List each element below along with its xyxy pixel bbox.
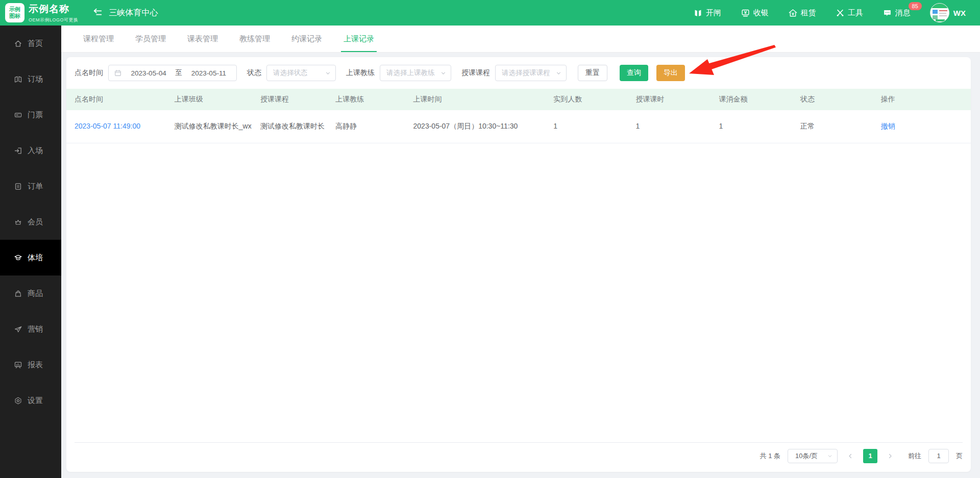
tab-booking-records[interactable]: 约课记录 (281, 26, 333, 52)
sidebar-item-label: 设置 (28, 396, 43, 406)
sidebar-item-settings[interactable]: 设置 (0, 383, 61, 418)
table-header-row: 点名时间 上课班级 授课课程 上课教练 上课时间 实到人数 授课课时 课消金额 … (66, 89, 971, 110)
export-button[interactable]: 导出 (656, 65, 685, 81)
topnav-cashier[interactable]: 收银 (741, 8, 769, 18)
topnav-label: 开闸 (706, 8, 721, 18)
col-amount: 课消金额 (715, 89, 796, 110)
top-header: 示例 图标 示例名称 OEM示例LOGO可更换 三峡体育中心 开闸 收银 租赁 … (0, 0, 980, 26)
home-icon (14, 39, 22, 48)
date-end-value[interactable]: 2023-05-11 (186, 69, 231, 77)
pagination-bar: 共 1 条 10条/页 1 前往 页 (75, 442, 963, 469)
sidebar-item-home[interactable]: 首页 (0, 26, 61, 61)
tab-course-management[interactable]: 课程管理 (72, 26, 125, 52)
cashier-icon (741, 8, 750, 18)
cell-status: 正常 (796, 110, 877, 143)
sidebar-item-label: 报表 (28, 360, 43, 370)
logo-text-bottom: 图标 (9, 13, 20, 19)
training-icon (14, 254, 22, 262)
user-name: WX (953, 9, 966, 17)
col-class-time: 上课时间 (409, 89, 550, 110)
total-count: 共 1 条 (760, 451, 780, 461)
sidebar-item-training[interactable]: 体培 (0, 240, 61, 275)
brand-name: 示例名称 (29, 3, 79, 16)
top-nav: 开闸 收银 租赁 工具 消息 85 WX (693, 3, 966, 22)
col-check-time: 点名时间 (66, 89, 170, 110)
sidebar-item-goods[interactable]: 商品 (0, 275, 61, 311)
date-filter-label: 点名时间 (75, 68, 103, 78)
entry-icon (14, 146, 22, 155)
search-button[interactable]: 查询 (620, 65, 648, 81)
table-row: 2023-05-07 11:49:00 测试修改私教课时长_wx 测试修改私教课… (66, 110, 971, 143)
goto-page-input[interactable] (928, 449, 949, 463)
col-coach: 上课教练 (331, 89, 409, 110)
sidebar-item-tickets[interactable]: 门票 (0, 97, 61, 133)
ticket-icon (14, 111, 22, 119)
course-filter-label: 授课课程 (461, 68, 490, 78)
brand-block: 示例名称 OEM示例LOGO可更换 (29, 3, 79, 23)
cell-class-time: 2023-05-07（周日）10:30~11:30 (409, 110, 550, 143)
revoke-action-link[interactable]: 撤销 (881, 122, 895, 130)
marketing-icon (14, 325, 22, 334)
course-select[interactable]: 请选择授课课程 (495, 65, 567, 81)
topnav-label: 收银 (753, 8, 769, 18)
sidebar-item-orders[interactable]: 订单 (0, 168, 61, 204)
tab-class-records[interactable]: 上课记录 (333, 26, 385, 52)
sidebar-item-admission[interactable]: 入场 (0, 133, 61, 168)
chevron-down-icon (827, 453, 833, 459)
cell-hours: 1 (631, 110, 715, 143)
filter-bar: 点名时间 2023-05-04 至 2023-05-11 状态 请选择状态 上课… (66, 57, 971, 81)
sidebar-item-label: 订场 (28, 74, 43, 84)
rent-icon (788, 8, 798, 18)
status-select[interactable]: 请选择状态 (266, 65, 336, 81)
date-start-value[interactable]: 2023-05-04 (126, 69, 171, 77)
sidebar-item-label: 首页 (28, 39, 43, 48)
sidebar-item-reports[interactable]: 报表 (0, 347, 61, 383)
col-hours: 授课课时 (631, 89, 715, 110)
topnav-tools[interactable]: 工具 (836, 8, 863, 18)
module-tabbar: 课程管理 学员管理 课表管理 教练管理 约课记录 上课记录 (61, 26, 980, 53)
venue-name: 三峡体育中心 (109, 8, 158, 18)
tools-icon (836, 8, 845, 17)
col-class-name: 上课班级 (170, 89, 256, 110)
message-count-badge: 85 (909, 2, 922, 10)
sidebar-item-label: 商品 (28, 289, 43, 298)
col-attended: 实到人数 (549, 89, 631, 110)
sidebar-item-members[interactable]: 会员 (0, 204, 61, 240)
gate-icon (693, 8, 703, 18)
topnav-label: 工具 (848, 8, 863, 18)
content-card: 点名时间 2023-05-04 至 2023-05-11 状态 请选择状态 上课… (66, 57, 971, 472)
date-range-picker[interactable]: 2023-05-04 至 2023-05-11 (108, 65, 237, 81)
check-time-link[interactable]: 2023-05-07 11:49:00 (75, 122, 140, 130)
topnav-messages[interactable]: 消息 85 (883, 8, 911, 18)
sidebar-item-venue-booking[interactable]: 订场 (0, 61, 61, 97)
sidebar-item-marketing[interactable]: 营销 (0, 311, 61, 347)
goto-label: 前往 (908, 451, 921, 461)
brand-subtitle: OEM示例LOGO可更换 (29, 17, 79, 23)
tab-student-management[interactable]: 学员管理 (125, 26, 177, 52)
tab-coach-management[interactable]: 教练管理 (229, 26, 281, 52)
topnav-rent[interactable]: 租赁 (788, 8, 816, 18)
prev-page-button[interactable] (845, 452, 856, 460)
reset-button[interactable]: 重置 (578, 65, 607, 81)
tab-timetable-management[interactable]: 课表管理 (177, 26, 229, 52)
cell-coach: 高静静 (331, 110, 409, 143)
current-page[interactable]: 1 (863, 449, 877, 463)
member-icon (14, 218, 22, 227)
topnav-open-gate[interactable]: 开闸 (693, 8, 721, 18)
page-size-select[interactable]: 10条/页 (788, 449, 838, 463)
topnav-label: 消息 (895, 8, 911, 18)
coach-filter-label: 上课教练 (346, 68, 375, 78)
coach-select[interactable]: 请选择上课教练 (380, 65, 451, 81)
sidebar: 首页 订场 门票 入场 订单 会员 体培 商品 营销 报表 设置 (0, 26, 61, 478)
sidebar-item-label: 体培 (28, 253, 43, 263)
collapse-sidebar-icon[interactable] (92, 7, 103, 18)
chevron-down-icon (325, 70, 331, 77)
status-placeholder: 请选择状态 (273, 68, 308, 78)
date-separator: 至 (175, 68, 182, 78)
coach-placeholder: 请选择上课教练 (386, 68, 435, 78)
cell-course: 测试修改私教课时长 (256, 110, 331, 143)
next-page-button[interactable] (885, 452, 896, 460)
sidebar-item-label: 会员 (28, 217, 43, 227)
user-menu[interactable]: WX (930, 3, 966, 22)
message-icon (883, 8, 892, 18)
